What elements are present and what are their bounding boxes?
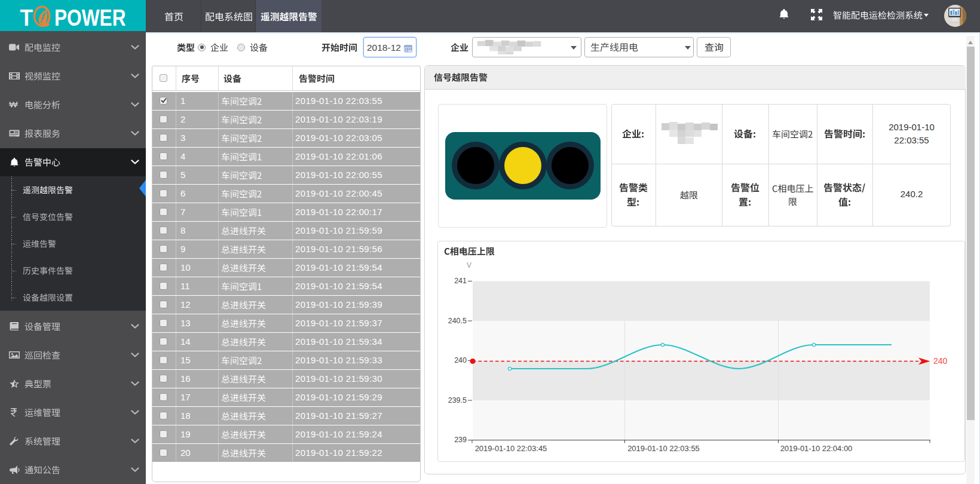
svg-text:POWER: POWER bbox=[54, 5, 126, 30]
svg-text:T: T bbox=[20, 5, 33, 30]
